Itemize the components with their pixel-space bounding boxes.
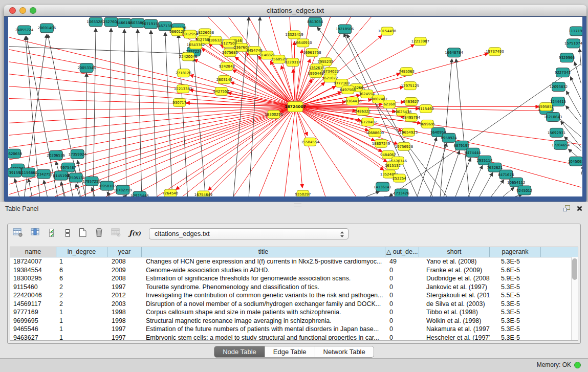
- network-node[interactable]: 10688609: [366, 128, 384, 137]
- network-node[interactable]: 12342757: [35, 169, 53, 179]
- column-header-year[interactable]: year: [107, 247, 142, 257]
- table-cell[interactable]: 1: [56, 325, 107, 334]
- row-checks-icon[interactable]: ✓✓: [48, 227, 58, 238]
- table-cell[interactable]: Nakamura et al. (1997): [419, 325, 490, 334]
- float-panel-icon[interactable]: [562, 205, 571, 214]
- network-node[interactable]: 16754649: [194, 191, 212, 196]
- network-node[interactable]: 8813054: [307, 17, 323, 27]
- table-row[interactable]: 946554611997Estimation of the future num…: [10, 325, 578, 334]
- scrollbar-thumb[interactable]: [572, 258, 577, 280]
- network-node[interactable]: 9227343: [555, 68, 571, 77]
- table-cell[interactable]: 18300295: [10, 274, 56, 283]
- table-vertical-scrollbar[interactable]: [571, 257, 578, 340]
- table-cell[interactable]: Disruption of a novel member of a sodium…: [142, 300, 385, 309]
- tab-edge-table[interactable]: Edge Table: [265, 346, 315, 357]
- table-cell[interactable]: 5.3E-5: [490, 308, 541, 317]
- table-cell[interactable]: 5.3E-5: [490, 283, 541, 292]
- table-cell[interactable]: Hescheler et al. (1997): [419, 334, 490, 341]
- tab-network-table[interactable]: Network Table: [315, 346, 374, 357]
- show-columns-icon[interactable]: [30, 227, 42, 238]
- table-cell[interactable]: 1: [56, 308, 107, 317]
- network-node[interactable]: 10154498: [378, 27, 396, 35]
- network-node[interactable]: 62160: [383, 100, 396, 108]
- table-cell[interactable]: 2: [56, 283, 107, 292]
- table-cell[interactable]: 0: [385, 274, 419, 283]
- network-node[interactable]: 6497568: [340, 86, 356, 94]
- table-row[interactable]: 911546021997Tourette syndrome. Phenomeno…: [10, 283, 578, 292]
- network-node[interactable]: 9242848: [219, 62, 235, 71]
- network-node[interactable]: 12213987: [411, 37, 429, 46]
- table-cell[interactable]: 18724007: [10, 257, 56, 266]
- table-cell[interactable]: 1998: [107, 308, 142, 317]
- network-node[interactable]: 12093832: [550, 82, 568, 92]
- table-cell[interactable]: 1: [56, 317, 107, 325]
- close-window-button[interactable]: [9, 7, 16, 14]
- table-cell[interactable]: Tibbo et al. (1998): [419, 308, 490, 317]
- network-node[interactable]: 2620659: [8, 149, 22, 158]
- table-cell[interactable]: 14569117: [10, 300, 56, 309]
- table-cell[interactable]: 5.9E-5: [490, 274, 541, 283]
- network-node[interactable]: 9350297: [295, 190, 311, 196]
- network-node[interactable]: 15692931: [548, 128, 565, 137]
- network-node[interactable]: 20053346: [77, 63, 95, 73]
- table-cell[interactable]: Jankovic et al. (1997): [419, 283, 490, 292]
- table-cell[interactable]: 2: [56, 291, 107, 300]
- network-node[interactable]: 17359924: [68, 149, 86, 159]
- network-node[interactable]: 17204654: [552, 140, 570, 149]
- table-cell[interactable]: Franke et al. (2009): [419, 266, 490, 275]
- network-node[interactable]: 8220317: [285, 58, 300, 67]
- table-row[interactable]: 1938455462009Genome-wide association stu…: [10, 266, 578, 275]
- table-cell[interactable]: 2003: [107, 300, 142, 309]
- network-node[interactable]: 9474444: [465, 148, 481, 157]
- zoom-window-button[interactable]: [30, 7, 36, 14]
- network-window-titlebar[interactable]: citations_edges.txt: [4, 5, 586, 16]
- network-node[interactable]: 12923448: [130, 191, 148, 196]
- table-cell[interactable]: 5.3E-5: [490, 300, 541, 309]
- table-cell[interactable]: 1: [56, 334, 107, 341]
- network-node[interactable]: 9463627: [403, 98, 419, 106]
- network-node[interactable]: 1595852: [538, 103, 554, 111]
- network-node[interactable]: 9115460: [418, 105, 434, 113]
- table-cell[interactable]: Embryonic stem cells: a model to study s…: [142, 334, 385, 341]
- network-node[interactable]: 19654923: [400, 128, 418, 136]
- table-cell[interactable]: 22420046: [10, 291, 56, 300]
- function-builder-icon[interactable]: ƒ(x): [128, 228, 142, 238]
- network-node[interactable]: 2803144: [216, 76, 233, 84]
- table-cell[interactable]: 1997: [107, 283, 142, 292]
- table-select-combobox[interactable]: citations_edges.txt: [149, 228, 349, 239]
- table-cell[interactable]: 0: [385, 291, 419, 300]
- network-node[interactable]: 7486322: [355, 107, 371, 115]
- table-cell[interactable]: 2: [56, 300, 107, 309]
- network-node[interactable]: 19218506: [336, 25, 354, 34]
- splitter-handle[interactable]: [294, 204, 301, 207]
- table-cell[interactable]: 19384554: [10, 266, 56, 275]
- network-node[interactable]: 10653287: [86, 17, 104, 27]
- network-node[interactable]: 9699695: [420, 120, 435, 128]
- table-cell[interactable]: 9115460: [10, 283, 56, 292]
- tab-node-table[interactable]: Node Table: [214, 346, 265, 357]
- table-cell[interactable]: 49: [385, 257, 419, 266]
- network-node[interactable]: 24055724: [15, 26, 34, 35]
- network-node[interactable]: 15584554: [301, 138, 319, 146]
- table-cell[interactable]: Changes of HCN gene expression and I(f) …: [142, 257, 385, 266]
- stacked-rows-icon[interactable]: [63, 227, 72, 238]
- table-cell[interactable]: Structural magnetic resonance image aver…: [142, 317, 385, 325]
- network-node[interactable]: 15751074: [564, 39, 582, 48]
- table-cell[interactable]: 5.3E-5: [490, 257, 541, 266]
- network-node[interactable]: 1990448: [308, 70, 323, 78]
- table-cell[interactable]: 1: [56, 257, 107, 266]
- column-header-title[interactable]: title: [142, 247, 385, 257]
- network-node[interactable]: 16720407: [359, 118, 377, 126]
- table-cell[interactable]: 2009: [107, 266, 142, 275]
- minimize-window-button[interactable]: [19, 7, 26, 14]
- table-row[interactable]: 977716911998Corpus callosum shape and si…: [10, 308, 578, 317]
- network-node[interactable]: 20206536: [47, 150, 65, 160]
- table-row[interactable]: 1872400712008Changes of HCN gene express…: [10, 257, 578, 266]
- table-row[interactable]: 2242004622012Investigating the contribut…: [10, 291, 578, 300]
- column-header-name[interactable]: name: [10, 247, 56, 257]
- table-row[interactable]: 969969511998Structural magnetic resonanc…: [10, 317, 578, 325]
- table-cell[interactable]: 6: [56, 266, 107, 275]
- column-header-pagerank[interactable]: pagerank: [490, 247, 541, 257]
- table-cell[interactable]: Estimation of the future numbers of pati…: [142, 325, 385, 334]
- network-node[interactable]: 20691406: [38, 24, 56, 33]
